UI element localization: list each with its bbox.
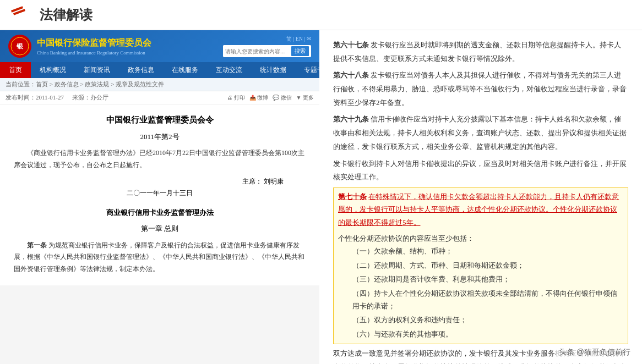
breadcrumb: 当前位置：首页 > 政务信息 > 政策法规 > 规章及规范性文件 bbox=[0, 78, 319, 91]
article-67: 第六十七条 发卡银行应当及时就即将到期的透支金额、还款日期等信息提醒持卡人。持卡… bbox=[333, 38, 628, 65]
nav-about[interactable]: 机构概况 bbox=[31, 62, 75, 78]
article-67-text: 发卡银行应当及时就即将到期的透支金额、还款日期等信息提醒持卡人。持卡人提供不实信… bbox=[333, 41, 621, 63]
article-70-label: 第七十条 bbox=[338, 192, 367, 201]
article-69b: 发卡银行收到持卡人对信用卡催收提出的异议，应当及时对相关信用卡账户进行备注，并开… bbox=[333, 157, 628, 184]
bank-header: 银 中国银行保险监督管理委员会 China Banking and Insura… bbox=[0, 30, 319, 62]
bank-search-bar: 搜索 bbox=[223, 45, 311, 57]
doc-meta-source: 来源：办公厅 bbox=[72, 93, 108, 102]
doc-date: 二〇一一年一月十三日 bbox=[14, 187, 306, 200]
nav-stats[interactable]: 统计数据 bbox=[251, 62, 295, 78]
nav-interact[interactable]: 互动交流 bbox=[207, 62, 251, 78]
wechat-button[interactable]: 💬 微信 bbox=[273, 94, 292, 102]
chapter-title: 第一章 总则 bbox=[14, 222, 306, 235]
bank-name-cn: 中国银行保险监督管理委员会 bbox=[37, 37, 217, 49]
article-68-label: 第六十八条 bbox=[333, 71, 369, 79]
doc-content: 中国银行业监督管理委员会令 2011年第2号 《商业银行信用卡业务监督管理办法》… bbox=[0, 104, 319, 285]
article-70-sub-intro: 个性化分期还款协议的内容应当至少包括： bbox=[338, 232, 623, 245]
article-69b-text: 发卡银行收到持卡人对信用卡催收提出的异议，应当及时对相关信用卡账户进行备注，并开… bbox=[333, 159, 627, 181]
list-item-4: （四）持卡人在个性化分期还款协议相关款项未全部结清前，不得向任何银行申领信用卡的… bbox=[352, 287, 623, 313]
list-item-6: （六）与还款有关的其他事项。 bbox=[352, 328, 623, 340]
doc-title1: 中国银行业监督管理委员会令 bbox=[14, 113, 306, 128]
print-button[interactable]: 🖨 打印 bbox=[227, 94, 245, 102]
nav-special[interactable]: 专题专栏 bbox=[295, 62, 319, 78]
nav-policy[interactable]: 政务信息 bbox=[119, 62, 163, 78]
bank-header-right: 简 | EN | ✉ 搜索 bbox=[223, 35, 311, 57]
article-69-text: 信用卡催收件应当对持卡人充分披露以下基本信息：持卡人姓名和欠款余额，催收事由和相… bbox=[333, 115, 627, 150]
list-item-3: （三）还款期间是否计收年费、利息和其他费用； bbox=[352, 273, 623, 285]
article-70-list: （一）欠款余额、结构、币种； （二）还款周期、方式、币种、日期和每期还款金额； … bbox=[352, 245, 623, 340]
bank-search-input[interactable] bbox=[225, 48, 291, 54]
list-item-1: （一）欠款余额、结构、币种； bbox=[352, 245, 623, 257]
article-68: 第六十八条 发卡银行应当对债务人本人及其担保人进行催收，不得对与债务无关的第三人… bbox=[333, 69, 628, 109]
article1-text: 为规范商业银行信用卡业务，保障客户及银行的合法权益，促进信用卡业务健康有序发展，… bbox=[14, 241, 304, 273]
nav-home[interactable]: 首页 bbox=[0, 62, 31, 78]
doc-sign: 主席： 刘明康 bbox=[14, 176, 306, 188]
bank-name-en: China Banking and Insurance Regulatory C… bbox=[37, 50, 217, 56]
article-70: 第七十条 在特殊情况下，确认信用卡欠款金额超出持卡人还款能力，且持卡人仍有还款意… bbox=[338, 190, 623, 229]
list-item-5: （五）双方的权利义务和违约责任； bbox=[352, 313, 623, 326]
article1: 第一条 为规范商业银行信用卡业务，保障客户及银行的合法权益，促进信用卡业务健康有… bbox=[14, 240, 306, 275]
doc-title2: 2011年第2号 bbox=[14, 130, 306, 143]
right-panel: 第六十七条 发卡银行应当及时就即将到期的透支金额、还款日期等信息提醒持卡人。持卡… bbox=[319, 30, 642, 364]
doc-order-text: 《商业银行信用卡业务监督管理办法》已经2010年7月22日中国银行业监督管理委员… bbox=[14, 147, 306, 171]
bank-search-button[interactable]: 搜索 bbox=[291, 46, 309, 56]
nav-news[interactable]: 新闻资讯 bbox=[75, 62, 119, 78]
doc-sign-label: 主席： bbox=[242, 178, 262, 185]
article1-label: 第一条 bbox=[27, 241, 47, 249]
site-header: 法律解读 bbox=[0, 0, 642, 30]
article-70-text: 在特殊情况下，确认信用卡欠款金额超出持卡人还款能力，且持卡人仍有还款意愿的，发卡… bbox=[338, 192, 619, 227]
list-item-2: （二）还款周期、方式、币种、日期和每期还款金额； bbox=[352, 259, 623, 272]
bank-website-embed: 银 中国银行保险监督管理委员会 China Banking and Insura… bbox=[0, 30, 319, 285]
bank-header-text: 中国银行保险监督管理委员会 China Banking and Insuranc… bbox=[37, 37, 217, 56]
article-67-label: 第六十七条 bbox=[333, 41, 369, 49]
article-68-text: 发卡银行应当对债务人本人及其担保人进行催收，不得对与债务无关的第三人进行催收，不… bbox=[333, 71, 627, 106]
svg-text:银: 银 bbox=[16, 42, 24, 50]
doc-meta: 发布时间：2011-01-27 来源：办公厅 🖨 打印 📤 微博 💬 微信 ▼ … bbox=[0, 91, 319, 104]
main-container: 银 中国银行保险监督管理委员会 China Banking and Insura… bbox=[0, 30, 642, 364]
left-panel: 银 中国银行保险监督管理委员会 China Banking and Insura… bbox=[0, 30, 319, 364]
bank-lang-links[interactable]: 简 | EN | ✉ bbox=[286, 35, 311, 43]
article-69: 第六十九条 信用卡催收件应当对持卡人充分披露以下基本信息：持卡人姓名和欠款余额，… bbox=[333, 113, 628, 153]
logo-icon bbox=[11, 5, 33, 24]
article-70-highlight: 第七十条 在特殊情况下，确认信用卡欠款金额超出持卡人还款能力，且持卡人仍有还款意… bbox=[333, 187, 628, 344]
bank-logo: 银 bbox=[8, 35, 31, 58]
bank-nav: 首页 机构概况 新闻资讯 政务信息 在线服务 互动交流 统计数据 专题专栏 bbox=[0, 62, 319, 78]
doc-meta-date: 发布时间：2011-01-27 bbox=[6, 93, 64, 102]
doc-sign-name: 刘明康 bbox=[264, 178, 284, 185]
nav-service[interactable]: 在线服务 bbox=[163, 62, 207, 78]
article-69-label: 第六十九条 bbox=[333, 115, 369, 123]
more-button[interactable]: ▼ 更多 bbox=[296, 94, 314, 102]
weibo-button[interactable]: 📤 微博 bbox=[249, 94, 269, 102]
doc-law-title: 商业银行信用卡业务监督管理办法 bbox=[14, 206, 306, 219]
site-title: 法律解读 bbox=[40, 6, 93, 24]
doc-meta-icons: 🖨 打印 📤 微博 💬 微信 ▼ 更多 bbox=[227, 94, 314, 102]
watermark: 头条 @猫哥负债前行 bbox=[556, 346, 634, 359]
